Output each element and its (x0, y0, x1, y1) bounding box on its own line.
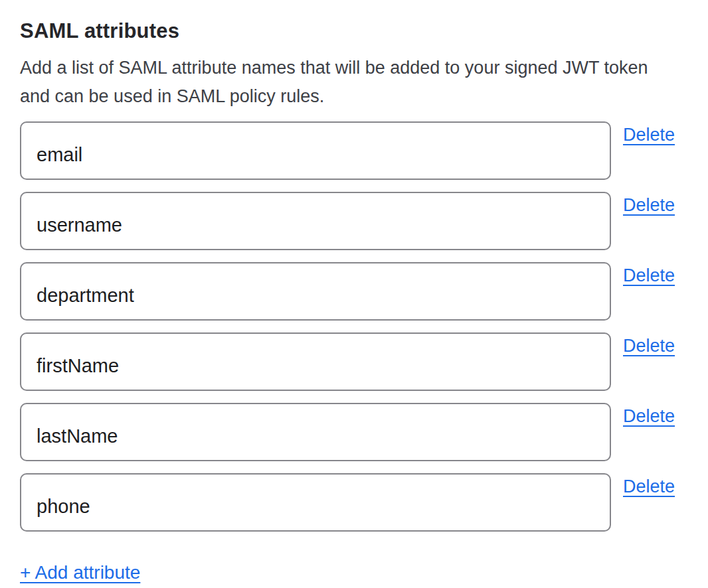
delete-attribute-link[interactable]: Delete (623, 123, 675, 147)
attribute-row: Delete (20, 473, 688, 532)
delete-attribute-link[interactable]: Delete (623, 334, 675, 358)
delete-attribute-link[interactable]: Delete (623, 264, 675, 287)
attribute-row: Delete (20, 262, 688, 321)
delete-attribute-link[interactable]: Delete (623, 475, 675, 498)
attribute-row: Delete (20, 192, 688, 250)
description-line-1: Add a list of SAML attribute names that … (20, 54, 688, 82)
attribute-row: Delete (20, 403, 688, 461)
delete-attribute-link[interactable]: Delete (623, 405, 675, 428)
attribute-name-input[interactable] (20, 262, 611, 321)
section-description: Add a list of SAML attribute names that … (20, 54, 688, 111)
description-line-2: and can be used in SAML policy rules. (20, 82, 688, 111)
attribute-name-input[interactable] (20, 403, 611, 461)
attribute-name-input[interactable] (20, 192, 611, 250)
attribute-name-input[interactable] (20, 121, 611, 180)
add-attribute-link[interactable]: + Add attribute (20, 561, 140, 585)
attribute-row: Delete (20, 121, 688, 180)
attribute-name-input[interactable] (20, 473, 611, 532)
saml-attributes-section: SAML attributes Add a list of SAML attri… (0, 0, 708, 588)
attribute-list: Delete Delete Delete Delete Delete Delet… (20, 121, 688, 532)
attribute-row: Delete (20, 332, 688, 391)
attribute-name-input[interactable] (20, 332, 611, 391)
section-title: SAML attributes (20, 19, 688, 44)
delete-attribute-link[interactable]: Delete (623, 194, 675, 217)
